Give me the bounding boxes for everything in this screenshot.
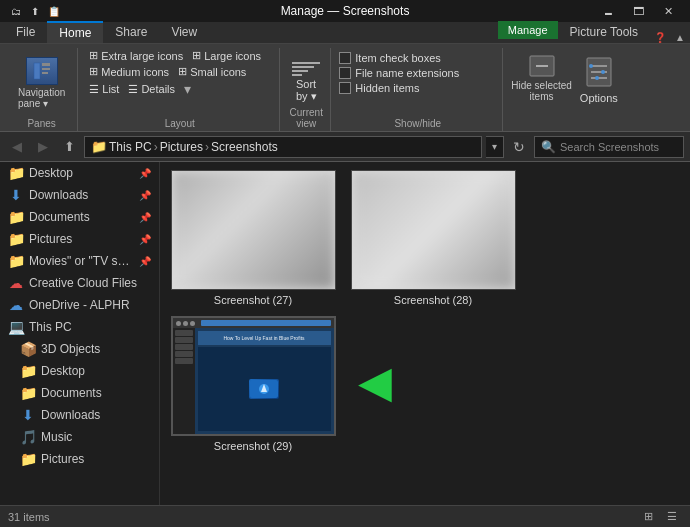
- tab-manage[interactable]: Manage: [498, 21, 558, 39]
- sidebar-item-desktop[interactable]: 📁 Desktop 📌: [0, 162, 159, 184]
- close-button[interactable]: ✕: [654, 1, 682, 21]
- medium-icons-button[interactable]: ⊞ Medium icons: [86, 64, 172, 79]
- file-name-29: Screenshot (29): [214, 440, 292, 452]
- ribbon-group-current-view: Sortby ▾ Current view: [282, 48, 331, 131]
- tab-share[interactable]: Share: [103, 21, 159, 43]
- small-icons-button[interactable]: ⊞ Small icons: [175, 64, 249, 79]
- address-bar: ◀ ▶ ⬆ 📁 This PC › Pictures › Screenshots…: [0, 132, 690, 162]
- desktop-icon-2: 📁: [20, 363, 36, 379]
- navigation-pane-button[interactable]: Navigationpane ▾: [14, 55, 69, 111]
- layout-options: ⊞ Extra large icons ⊞ Large icons ⊞ Medi…: [86, 48, 273, 113]
- pin-icon-pictures: 📌: [139, 234, 151, 245]
- list-button[interactable]: ☰ List: [86, 82, 122, 97]
- refresh-button[interactable]: ↻: [508, 136, 530, 158]
- file-name-extensions-toggle[interactable]: File name extensions: [339, 67, 496, 79]
- title-bar-app-icons: 🗂 ⬆ 📋: [8, 3, 62, 19]
- window-controls: 🗕 🗖 ✕: [594, 1, 682, 21]
- creative-cloud-icon: ☁: [8, 275, 24, 291]
- green-arrow: ◀: [358, 356, 392, 407]
- large-icons-view-button[interactable]: ⊞: [638, 509, 658, 525]
- list-icon: ☰: [89, 83, 99, 96]
- file-item-28[interactable]: Screenshot (28): [348, 170, 518, 306]
- ss29-address-bar: [201, 320, 331, 326]
- path-pictures: Pictures: [160, 140, 203, 154]
- details-button[interactable]: ☰ Details: [125, 82, 178, 97]
- svg-rect-2: [42, 68, 50, 70]
- sort-icon: [292, 62, 320, 76]
- sidebar-item-this-pc[interactable]: 💻 This PC: [0, 316, 159, 338]
- hide-selected-icon: [524, 52, 560, 80]
- layout-row-2: ⊞ Medium icons ⊞ Small icons: [86, 64, 273, 79]
- layout-more-button[interactable]: ▾: [181, 80, 194, 98]
- path-sep-2: ›: [205, 140, 209, 154]
- minimize-button[interactable]: 🗕: [594, 1, 622, 21]
- tab-view[interactable]: View: [159, 21, 209, 43]
- ss29-dot-2: [183, 321, 188, 326]
- details-icon: ☰: [128, 83, 138, 96]
- sidebar-item-desktop-2[interactable]: 📁 Desktop: [0, 360, 159, 382]
- status-bar: 31 items ⊞ ☰: [0, 505, 690, 527]
- sidebar-item-documents-2[interactable]: 📁 Documents: [0, 382, 159, 404]
- ribbon-collapse-icon[interactable]: ▲: [670, 32, 690, 43]
- large-icons-button[interactable]: ⊞ Large icons: [189, 48, 264, 63]
- downloads-icon-2: ⬇: [20, 407, 36, 423]
- item-check-boxes-checkbox[interactable]: [339, 52, 351, 64]
- address-path[interactable]: 📁 This PC › Pictures › Screenshots: [84, 136, 482, 158]
- tab-file[interactable]: File: [4, 21, 47, 43]
- options-icon: [581, 52, 617, 92]
- file-thumb-27: [171, 170, 336, 290]
- address-dropdown-button[interactable]: ▾: [486, 136, 504, 158]
- sidebar-item-creative-cloud[interactable]: ☁ Creative Cloud Files: [0, 272, 159, 294]
- sidebar-item-pictures-1[interactable]: 📁 Pictures 📌: [0, 228, 159, 250]
- medium-icon: ⊞: [89, 65, 98, 78]
- sidebar-item-movies[interactable]: 📁 Movies" or "TV sh... 📌: [0, 250, 159, 272]
- sidebar-item-documents-1[interactable]: 📁 Documents 📌: [0, 206, 159, 228]
- downloads-icon-1: ⬇: [8, 187, 24, 203]
- pictures-icon-2: 📁: [20, 451, 36, 467]
- maximize-button[interactable]: 🗖: [624, 1, 652, 21]
- hidden-items-toggle[interactable]: Hidden items: [339, 82, 496, 94]
- file-grid: Screenshot (27) Screenshot (28): [168, 170, 682, 306]
- back-button[interactable]: ◀: [6, 136, 28, 158]
- sidebar-documents-label-2: Documents: [41, 386, 102, 400]
- pictures-icon-1: 📁: [8, 231, 24, 247]
- ss29-logo: [249, 379, 279, 399]
- sidebar-item-downloads-2[interactable]: ⬇ Downloads: [0, 404, 159, 426]
- sidebar-item-downloads-1[interactable]: ⬇ Downloads 📌: [0, 184, 159, 206]
- layout-row-1: ⊞ Extra large icons ⊞ Large icons: [86, 48, 273, 63]
- desktop-icon: 📁: [8, 165, 24, 181]
- sidebar-item-onedrive[interactable]: ☁ OneDrive - ALPHR: [0, 294, 159, 316]
- sidebar-downloads-label-1: Downloads: [29, 188, 88, 202]
- hidden-items-checkbox[interactable]: [339, 82, 351, 94]
- up-button[interactable]: ⬆: [58, 136, 80, 158]
- sidebar-pictures-label-1: Pictures: [29, 232, 72, 246]
- tab-home[interactable]: Home: [47, 21, 103, 43]
- ss29-sb-2: [175, 337, 193, 343]
- sort-by-button[interactable]: Sortby ▾: [292, 62, 320, 103]
- ss29-header-text: How To Level Up Fast in Blue Profits: [198, 331, 331, 345]
- options-label: Options: [580, 92, 618, 104]
- ribbon-group-panes: Navigationpane ▾ Panes: [6, 48, 78, 131]
- extra-large-icons-button[interactable]: ⊞ Extra large icons: [86, 48, 186, 63]
- svg-rect-1: [42, 63, 50, 66]
- file-item-29[interactable]: How To Level Up Fast in Blue Profits: [168, 316, 338, 452]
- current-view-label: Current view: [282, 107, 330, 129]
- hidden-items-label: Hidden items: [355, 82, 419, 94]
- hide-selected-items-button[interactable]: Hide selecteditems: [511, 52, 572, 113]
- forward-button[interactable]: ▶: [32, 136, 54, 158]
- sidebar-item-pictures-2[interactable]: 📁 Pictures: [0, 448, 159, 470]
- ss29-body: How To Level Up Fast in Blue Profits: [173, 328, 334, 434]
- ribbon-help-icon[interactable]: ❓: [650, 32, 670, 43]
- file-name-27: Screenshot (27): [214, 294, 292, 306]
- sidebar-item-music[interactable]: 🎵 Music: [0, 426, 159, 448]
- path-sep-1: ›: [154, 140, 158, 154]
- details-view-button[interactable]: ☰: [662, 509, 682, 525]
- file-name-extensions-checkbox[interactable]: [339, 67, 351, 79]
- sidebar-item-3d-objects[interactable]: 📦 3D Objects: [0, 338, 159, 360]
- search-box[interactable]: 🔍 Search Screenshots: [534, 136, 684, 158]
- file-item-27[interactable]: Screenshot (27): [168, 170, 338, 306]
- item-check-boxes-toggle[interactable]: Item check boxes: [339, 52, 496, 64]
- options-button[interactable]: Options: [580, 52, 618, 113]
- sidebar-desktop-label-2: Desktop: [41, 364, 85, 378]
- tab-picture-tools[interactable]: Picture Tools: [558, 21, 650, 43]
